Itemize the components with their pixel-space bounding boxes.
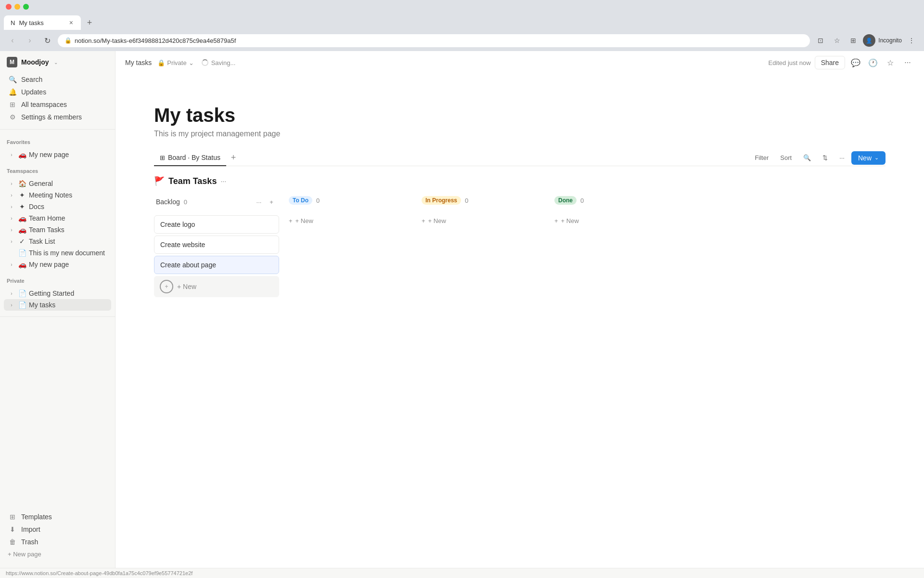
chevron-icon: › <box>8 227 15 233</box>
cast-icon[interactable]: ⊡ <box>814 34 827 47</box>
sidebar-item-settings[interactable]: ⚙ Settings & members <box>4 111 111 123</box>
workspace-header[interactable]: M Moodjoy ⌄ <box>0 51 115 71</box>
chevron-icon: › <box>8 262 15 267</box>
sidebar-item-all-teamspaces[interactable]: ⊞ All teamspaces <box>4 98 111 111</box>
column-options-button[interactable]: ··· <box>253 196 265 208</box>
favorite-button[interactable]: ☆ <box>884 56 897 69</box>
saving-indicator: Saving... <box>202 59 236 66</box>
more-view-button[interactable]: ··· <box>834 152 849 163</box>
sidebar-item-my-new-page-2[interactable]: › 🚗 My new page <box>4 259 111 270</box>
sidebar-item-label: Templates <box>21 513 107 521</box>
more-options-button[interactable]: ··· <box>901 56 914 69</box>
teamspaces-section-label: Teamspaces <box>0 162 115 176</box>
reload-button[interactable]: ↻ <box>40 34 54 47</box>
back-button[interactable]: ‹ <box>6 34 19 47</box>
topbar-actions: Edited just now Share 💬 🕐 ☆ ··· <box>768 56 914 69</box>
lock-icon: 🔒 <box>157 59 165 66</box>
card-title: Create website <box>160 241 205 249</box>
tab-title: My tasks <box>19 19 64 26</box>
view-tabs: ⊞ Board · By Status + Filter Sort 🔍 ⇅ ··… <box>154 150 886 166</box>
sidebar-item-templates[interactable]: ⊞ Templates <box>4 511 111 523</box>
profile-button[interactable]: 👤 <box>863 34 875 47</box>
tree-label: My tasks <box>29 301 107 309</box>
sidebar-item-label: Import <box>21 525 107 533</box>
doc-icon: 📄 <box>17 301 27 309</box>
share-button[interactable]: Share <box>815 56 845 69</box>
add-card-inprogress-button[interactable]: + + New <box>420 213 545 228</box>
sidebar-item-trash[interactable]: 🗑 Trash <box>4 536 111 548</box>
sidebar-item-my-new-page[interactable]: › 🚗 My new page <box>4 149 111 160</box>
sidebar-item-getting-started[interactable]: › 📄 Getting Started <box>4 288 111 299</box>
sidebar-item-my-tasks[interactable]: › 📄 My tasks <box>4 299 111 311</box>
page-content: My tasks This is my project management p… <box>116 75 924 568</box>
column-todo: To Do 0 + + New <box>287 192 412 297</box>
settings-icon: ⚙ <box>8 113 17 121</box>
privacy-chevron-icon: ⌄ <box>189 59 194 66</box>
card-create-about-page[interactable]: Create about page <box>154 256 279 274</box>
browser-chrome: N My tasks × + ‹ › ↻ 🔒 notion.so/My-task… <box>0 0 924 51</box>
chevron-icon: › <box>8 204 15 210</box>
tab-board[interactable]: ⊞ Board · By Status <box>154 150 226 166</box>
add-view-button[interactable]: + <box>227 152 240 164</box>
active-tab[interactable]: N My tasks × <box>4 15 81 30</box>
sidebar-item-search[interactable]: 🔍 Search <box>4 73 111 86</box>
new-tab-button[interactable]: + <box>83 16 96 29</box>
page-subtitle: This is my project management page <box>154 130 886 138</box>
add-card-done-button[interactable]: + + New <box>552 213 678 228</box>
breadcrumb-page[interactable]: My tasks <box>125 59 152 66</box>
chevron-icon: › <box>8 216 15 221</box>
board-cards-backlog: Create logo Create website Create about … <box>154 215 279 297</box>
card-create-website[interactable]: Create website <box>154 236 279 254</box>
extensions-icon[interactable]: ⊞ <box>847 34 860 47</box>
new-entry-button[interactable]: New ⌄ <box>851 151 886 165</box>
sidebar-item-import[interactable]: ⬇ Import <box>4 523 111 536</box>
sidebar-item-general[interactable]: › 🏠 General <box>4 178 111 189</box>
add-card-todo-button[interactable]: + + New <box>287 213 412 228</box>
browser-menu-button[interactable]: ⋮ <box>905 34 918 47</box>
column-badge: Done <box>554 196 577 205</box>
tab-close-button[interactable]: × <box>68 19 74 26</box>
sidebar-item-team-home[interactable]: › 🚗 Team Home <box>4 212 111 224</box>
chevron-icon: › <box>8 193 15 198</box>
incognito-label: Incognito <box>878 37 902 44</box>
comment-button[interactable]: 💬 <box>849 56 862 69</box>
tab-favicon: N <box>11 19 15 26</box>
tree-label: Getting Started <box>29 289 107 297</box>
forward-button[interactable]: › <box>23 34 37 47</box>
group-more-button[interactable]: ··· <box>220 177 226 185</box>
status-bar: https://www.notion.so/Create-about-page-… <box>0 568 924 578</box>
page-icon: 🚗 <box>17 151 27 158</box>
column-header-backlog: Backlog 0 ··· + <box>154 192 279 211</box>
chevron-icon: › <box>8 291 15 296</box>
new-page-button[interactable]: + New page <box>4 548 111 560</box>
close-button[interactable] <box>6 4 12 10</box>
sidebar-item-docs[interactable]: › ✦ Docs <box>4 201 111 212</box>
bookmark-icon[interactable]: ☆ <box>830 34 844 47</box>
card-create-logo[interactable]: Create logo <box>154 215 279 234</box>
minimize-button[interactable] <box>14 4 20 10</box>
sort-button[interactable]: Sort <box>775 152 796 163</box>
fullscreen-button[interactable] <box>23 4 29 10</box>
privacy-badge[interactable]: 🔒 Private ⌄ <box>154 58 196 67</box>
divider <box>0 129 115 130</box>
arrange-button[interactable]: ⇅ <box>818 152 833 163</box>
import-icon: ⬇ <box>8 525 17 533</box>
history-button[interactable]: 🕐 <box>866 56 880 69</box>
sidebar-item-task-list[interactable]: › ✓ Task List <box>4 236 111 247</box>
column-count: 0 <box>316 197 320 204</box>
sidebar-item-meeting-notes[interactable]: › ✦ Meeting Notes <box>4 189 111 201</box>
column-count: 0 <box>184 198 187 206</box>
sidebar-item-team-tasks[interactable]: › 🚗 Team Tasks <box>4 224 111 236</box>
search-view-button[interactable]: 🔍 <box>798 152 816 163</box>
team-tasks-icon: 🚗 <box>17 226 27 234</box>
sidebar-item-updates[interactable]: 🔔 Updates <box>4 86 111 98</box>
chevron-icon: › <box>8 239 15 244</box>
column-count: 0 <box>580 197 584 204</box>
column-add-button[interactable]: + <box>266 196 277 208</box>
sidebar-item-this-is-my-new[interactable]: 📄 This is my new document <box>4 247 111 259</box>
docs-icon: ✦ <box>17 203 27 210</box>
tab-board-label: Board · By Status <box>168 154 220 161</box>
address-input[interactable]: 🔒 notion.so/My-tasks-e6f34988812d420c875… <box>58 34 810 47</box>
filter-button[interactable]: Filter <box>750 152 773 163</box>
edited-text: Edited just now <box>768 59 810 66</box>
